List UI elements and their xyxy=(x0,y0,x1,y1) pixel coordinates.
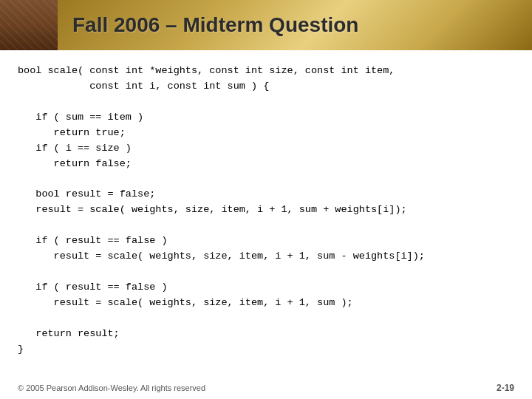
slide-title: Fall 2006 – Midterm Question xyxy=(72,13,358,37)
code-block: bool scale( const int *weights, const in… xyxy=(18,64,514,374)
footer: © 2005 Pearson Addison-Wesley. All right… xyxy=(0,380,532,399)
header-title-area: Fall 2006 – Midterm Question xyxy=(58,0,532,50)
page-number: 2-19 xyxy=(497,383,514,393)
header-decorative-image xyxy=(0,0,58,50)
slide: Fall 2006 – Midterm Question bool scale(… xyxy=(0,0,532,399)
header: Fall 2006 – Midterm Question xyxy=(0,0,532,50)
content-area: bool scale( const int *weights, const in… xyxy=(0,50,532,380)
copyright-text: © 2005 Pearson Addison-Wesley. All right… xyxy=(18,383,205,392)
